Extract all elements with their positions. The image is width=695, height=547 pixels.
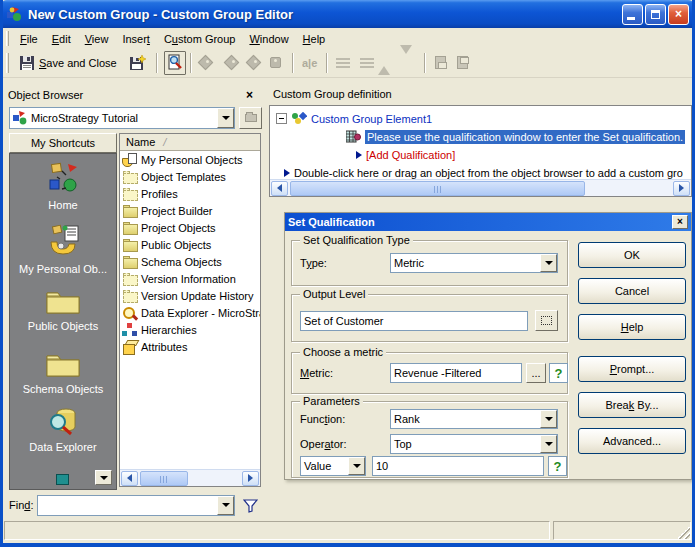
menu-insert[interactable]: Insert [115, 30, 157, 48]
find-combobox[interactable] [37, 495, 235, 516]
app-window: New Custom Group - Custom Group Editor ×… [0, 0, 695, 547]
shortcuts-scroll-down-button[interactable] [95, 470, 112, 485]
project-dropdown-button[interactable] [217, 108, 234, 128]
folder-icon [122, 255, 138, 269]
name-column-header[interactable]: Name / [120, 134, 260, 151]
view-filter-button[interactable] [164, 51, 186, 75]
list-item[interactable]: Project Objects [120, 219, 260, 236]
close-icon: × [669, 7, 688, 21]
app-logo-icon [6, 6, 22, 22]
group-parameters: Parameters Function: Rank Operator: Top … [291, 401, 568, 478]
scrollbar-thumb[interactable] [140, 471, 188, 486]
toolbar-grip[interactable] [6, 31, 9, 46]
cancel-button[interactable]: Cancel [578, 278, 686, 304]
dropdown-arrow-icon [353, 464, 361, 468]
list-item[interactable]: Project Builder [120, 202, 260, 219]
shortcut-label: Data Explorer [10, 441, 116, 453]
type-dropdown-button[interactable] [540, 254, 557, 272]
collapse-icon[interactable] [276, 113, 287, 124]
dropdown-arrow-icon [222, 116, 230, 120]
menu-file[interactable]: File [13, 30, 45, 48]
up-one-level-button[interactable] [239, 107, 262, 129]
copy-icon [246, 54, 264, 72]
list-item[interactable]: Profiles [120, 185, 260, 202]
list-item[interactable]: Object Templates [120, 168, 260, 185]
save-as-button[interactable] [123, 51, 152, 75]
shortcut-schema-objects[interactable]: Schema Objects [10, 350, 116, 395]
group-label: Parameters [300, 395, 363, 407]
list-item[interactable]: Attributes [120, 338, 260, 355]
maximize-button[interactable] [645, 4, 666, 25]
definition-tree: Custom Group Element1 Please use the qua… [269, 105, 692, 197]
metric-help-button[interactable]: ? [549, 363, 568, 383]
list-item[interactable]: Data Explorer - MicroStra [120, 304, 260, 321]
menu-view[interactable]: View [78, 30, 116, 48]
ok-button[interactable]: OK [578, 242, 686, 268]
list-item[interactable]: Public Objects [120, 236, 260, 253]
resize-grip[interactable] [677, 526, 690, 539]
metric-browse-button[interactable]: ... [526, 363, 546, 383]
value-help-button[interactable]: ? [548, 456, 567, 476]
function-combobox[interactable]: Rank [390, 409, 558, 429]
scroll-left-button[interactable] [271, 181, 288, 196]
find-dropdown-button[interactable] [217, 496, 234, 515]
tree-node-element[interactable]: Custom Group Element1 [270, 110, 692, 127]
list-item[interactable]: Version Information [120, 270, 260, 287]
column-label: Name [126, 136, 155, 148]
shortcut-data-explorer[interactable]: Data Explorer [10, 406, 116, 453]
type-combobox[interactable]: Metric [390, 253, 558, 273]
title-bar: New Custom Group - Custom Group Editor × [0, 0, 695, 28]
scrollbar-thumb[interactable] [290, 181, 585, 196]
close-button[interactable]: × [668, 4, 689, 25]
tree-node-add-qualification[interactable]: [Add Qualification] [270, 146, 692, 163]
project-combobox[interactable]: MicroStrategy Tutorial [9, 107, 235, 129]
shortcut-my-personal-objects[interactable]: My Personal Ob... [10, 224, 116, 275]
toolbar-grip[interactable] [6, 53, 9, 73]
function-value: Rank [391, 413, 540, 425]
find-input[interactable] [38, 499, 217, 511]
dropdown-arrow-icon [545, 442, 553, 446]
folder-icon [122, 238, 138, 252]
shortcut-home[interactable]: Home [10, 162, 116, 211]
advanced-button[interactable]: Advanced... [578, 428, 686, 454]
list-item[interactable]: Hierarchies [120, 321, 260, 338]
scroll-left-button[interactable] [121, 471, 138, 486]
menu-edit[interactable]: Edit [45, 30, 78, 48]
operator-combobox[interactable]: Top [390, 434, 558, 454]
scroll-right-button[interactable] [673, 181, 690, 196]
value-field[interactable] [372, 456, 544, 476]
shortcut-public-objects[interactable]: Public Objects [10, 287, 116, 332]
output-level-browse-button[interactable] [535, 310, 558, 331]
operator-dropdown-button[interactable] [540, 435, 557, 453]
shortcuts-bar: Home My Personal Ob... Public Objects [9, 153, 117, 490]
find-filter-button[interactable] [239, 495, 261, 515]
scroll-right-icon [248, 474, 253, 482]
scroll-right-button[interactable] [242, 471, 259, 486]
break-by-button[interactable]: Break By... [578, 392, 686, 418]
scroll-left-icon [127, 474, 132, 482]
dialog-close-button[interactable]: × [672, 215, 688, 229]
definition-horizontal-scrollbar[interactable] [270, 179, 691, 196]
help-button[interactable]: Help [578, 314, 686, 340]
function-dropdown-button[interactable] [540, 410, 557, 428]
element-label: Custom Group Element1 [311, 113, 432, 125]
object-browser-close-icon[interactable]: × [243, 88, 256, 102]
list-item[interactable]: Version Update History [120, 287, 260, 304]
my-shortcuts-header[interactable]: My Shortcuts [9, 133, 117, 153]
minimize-button[interactable] [622, 4, 643, 25]
tree-node-qualification[interactable]: Please use the qualification window to e… [270, 128, 692, 145]
list-horizontal-scrollbar[interactable] [120, 469, 260, 486]
value-type-dropdown-button[interactable] [348, 457, 365, 475]
set-qualification-dialog: Set Qualification × Set Qualification Ty… [284, 212, 692, 480]
menu-window[interactable]: Window [242, 30, 295, 48]
toolbar-separator [292, 53, 294, 73]
value-type-combobox[interactable]: Value [300, 456, 366, 476]
menu-custom-group[interactable]: Custom Group [157, 30, 243, 48]
list-item[interactable]: Schema Objects [120, 253, 260, 270]
menu-help[interactable]: Help [296, 30, 333, 48]
prompt-button[interactable]: Prompt... [578, 356, 686, 382]
metric-field[interactable] [390, 363, 522, 383]
output-level-field[interactable] [300, 311, 528, 331]
save-and-close-button[interactable]: Save and Close [13, 51, 123, 75]
list-item[interactable]: My Personal Objects [120, 151, 260, 168]
